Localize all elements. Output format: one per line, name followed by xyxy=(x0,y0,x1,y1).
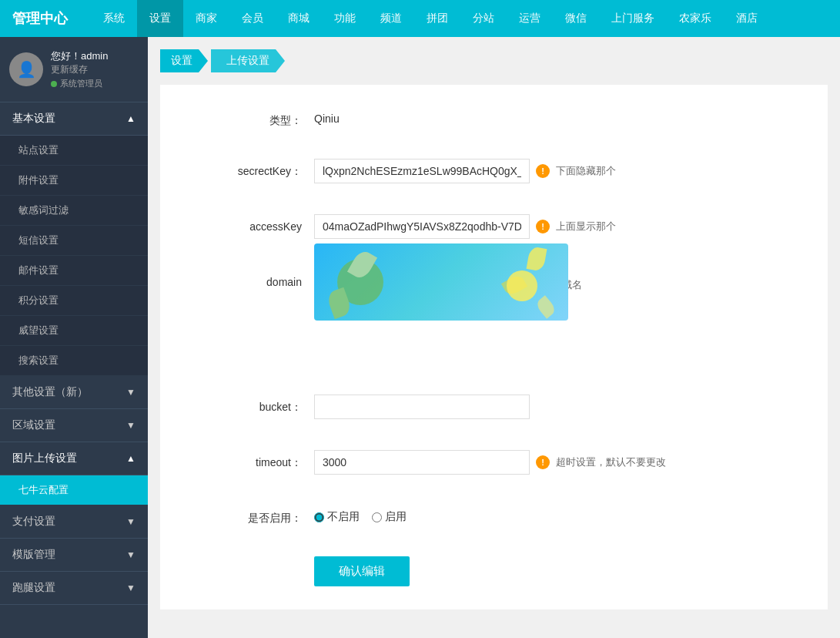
sidebar-item-sms[interactable]: 短信设置 xyxy=(0,226,148,256)
type-field: Qiniu xyxy=(314,108,797,125)
sidebar-item-search[interactable]: 搜索设置 xyxy=(0,346,148,376)
sidebar-item-sensitive[interactable]: 敏感词过滤 xyxy=(0,196,148,226)
enable-label: 是否启用： xyxy=(191,505,314,526)
sidebar-section-runner[interactable]: 跑腿设置 ▼ xyxy=(0,572,148,605)
sidebar-section-image-upload[interactable]: 图片上传设置 ▲ xyxy=(0,442,148,475)
enable-field: 不启用 启用 xyxy=(314,505,797,524)
access-key-row: accessKey ! 上面显示那个 xyxy=(191,207,797,247)
domain-field: 核的域名 xyxy=(314,270,797,294)
chevron-down-icon: ▼ xyxy=(126,583,136,593)
sidebar-item-mail[interactable]: 邮件设置 xyxy=(0,256,148,286)
sidebar-section-payment[interactable]: 支付设置 ▼ xyxy=(0,505,148,539)
domain-label: domain xyxy=(191,270,314,288)
nav-feature[interactable]: 功能 xyxy=(322,0,368,37)
timeout-row: timeout： ! 超时设置，默认不要更改 xyxy=(191,442,797,482)
breadcrumb-settings[interactable]: 设置 xyxy=(160,49,208,72)
timeout-info-icon: ! xyxy=(536,455,550,469)
user-info: 您好！admin 更新缓存 系统管理员 xyxy=(51,49,108,89)
chevron-down-icon: ▼ xyxy=(126,516,136,527)
top-navigation: 管理中心 系统 设置 商家 会员 商城 功能 频道 拼团 分站 运营 微信 上门… xyxy=(0,0,840,37)
secrect-key-info-icon: ! xyxy=(536,164,550,178)
timeout-label: timeout： xyxy=(191,450,314,470)
app-title: 管理中心 xyxy=(12,9,68,28)
sidebar-image-upload-items: 七牛云配置 xyxy=(0,475,148,505)
chevron-down-icon: ▼ xyxy=(126,387,136,398)
radio-enable[interactable] xyxy=(372,512,382,522)
breadcrumb: 设置 上传设置 xyxy=(160,49,828,72)
access-key-label: accessKey xyxy=(191,214,314,233)
nav-member[interactable]: 会员 xyxy=(229,0,276,37)
chevron-up-icon: ▲ xyxy=(126,113,136,124)
online-indicator xyxy=(51,81,57,87)
sidebar-item-qiniu-config[interactable]: 七牛云配置 xyxy=(0,475,148,505)
nav-settings[interactable]: 设置 xyxy=(137,0,183,37)
access-key-input[interactable] xyxy=(314,214,530,239)
bucket-field xyxy=(314,395,797,419)
form-container: 类型： Qiniu secrectKey： ! 下面隐藏那个 accessKey xyxy=(160,85,828,609)
timeout-hint: 超时设置，默认不要更改 xyxy=(556,455,666,469)
sidebar-basic-items: 站点设置 附件设置 敏感词过滤 短信设置 邮件设置 积分设置 威望设置 搜索设置 xyxy=(0,136,148,376)
secrect-key-label: secrectKey： xyxy=(191,159,314,179)
sidebar-item-site[interactable]: 站点设置 xyxy=(0,136,148,166)
type-value: Qiniu xyxy=(314,108,340,125)
chevron-down-icon: ▼ xyxy=(126,420,136,431)
sidebar-section-other[interactable]: 其他设置（新） ▼ xyxy=(0,376,148,409)
bucket-row: bucket： xyxy=(191,387,797,427)
submit-button[interactable]: 确认编辑 xyxy=(314,556,410,586)
domain-row: domain 核的域名 xyxy=(191,262,797,302)
type-label: 类型： xyxy=(191,108,314,128)
nav-wechat[interactable]: 微信 xyxy=(553,0,599,37)
breadcrumb-upload-settings[interactable]: 上传设置 xyxy=(211,49,285,72)
nav-mall[interactable]: 商城 xyxy=(276,0,322,37)
user-profile: 👤 您好！admin 更新缓存 系统管理员 xyxy=(0,37,148,102)
nav-system[interactable]: 系统 xyxy=(91,0,137,37)
sidebar-section-template[interactable]: 模版管理 ▼ xyxy=(0,539,148,572)
access-key-field: ! 上面显示那个 xyxy=(314,214,797,239)
radio-enable-label[interactable]: 启用 xyxy=(372,510,407,524)
chevron-up-icon: ▲ xyxy=(126,453,136,464)
nav-merchant[interactable]: 商家 xyxy=(183,0,229,37)
nav-channel[interactable]: 频道 xyxy=(368,0,414,37)
bucket-input[interactable] xyxy=(314,395,530,419)
radio-disable-label[interactable]: 不启用 xyxy=(314,510,360,524)
nav-hotel[interactable]: 酒店 xyxy=(724,0,770,37)
avatar: 👤 xyxy=(9,52,43,86)
access-key-hint: 上面显示那个 xyxy=(556,220,616,233)
domain-image-overlay xyxy=(314,243,568,321)
main-content: 设置 上传设置 类型： Qiniu secrectKey： ! 下面隐藏那个 xyxy=(148,37,840,638)
secrect-key-input[interactable] xyxy=(314,159,530,183)
update-cache-button[interactable]: 更新缓存 xyxy=(51,63,108,76)
nav-group[interactable]: 拼团 xyxy=(414,0,460,37)
sidebar-item-points[interactable]: 积分设置 xyxy=(0,286,148,316)
user-role: 系统管理员 xyxy=(51,78,108,89)
radio-disable[interactable] xyxy=(314,512,324,522)
nav-branch[interactable]: 分站 xyxy=(460,0,507,37)
enable-row: 是否启用： 不启用 启用 xyxy=(191,498,797,533)
sidebar-item-attachment[interactable]: 附件设置 xyxy=(0,166,148,196)
submit-area: 确认编辑 xyxy=(191,549,797,586)
type-row: 类型： Qiniu xyxy=(191,100,797,136)
secrect-key-field: ! 下面隐藏那个 xyxy=(314,159,797,183)
timeout-field: ! 超时设置，默认不要更改 xyxy=(314,450,797,475)
nav-items: 系统 设置 商家 会员 商城 功能 频道 拼团 分站 运营 微信 上门服务 农家… xyxy=(91,0,770,37)
user-greeting: 您好！admin xyxy=(51,49,108,63)
sidebar: 👤 您好！admin 更新缓存 系统管理员 基本设置 ▲ 站点设置 附件设置 敏… xyxy=(0,37,148,638)
radio-group: 不启用 启用 xyxy=(314,505,407,524)
nav-home-service[interactable]: 上门服务 xyxy=(599,0,667,37)
secrect-key-row: secrectKey： ! 下面隐藏那个 xyxy=(191,151,797,191)
secrect-key-hint: 下面隐藏那个 xyxy=(556,164,616,178)
nav-operation[interactable]: 运营 xyxy=(507,0,553,37)
chevron-down-icon: ▼ xyxy=(126,549,136,560)
bucket-label: bucket： xyxy=(191,395,314,415)
nav-farm[interactable]: 农家乐 xyxy=(667,0,724,37)
sidebar-section-basic[interactable]: 基本设置 ▲ xyxy=(0,102,148,136)
sidebar-section-region[interactable]: 区域设置 ▼ xyxy=(0,409,148,442)
sidebar-item-reputation[interactable]: 威望设置 xyxy=(0,316,148,346)
timeout-input[interactable] xyxy=(314,450,530,475)
access-key-info-icon: ! xyxy=(536,220,550,233)
